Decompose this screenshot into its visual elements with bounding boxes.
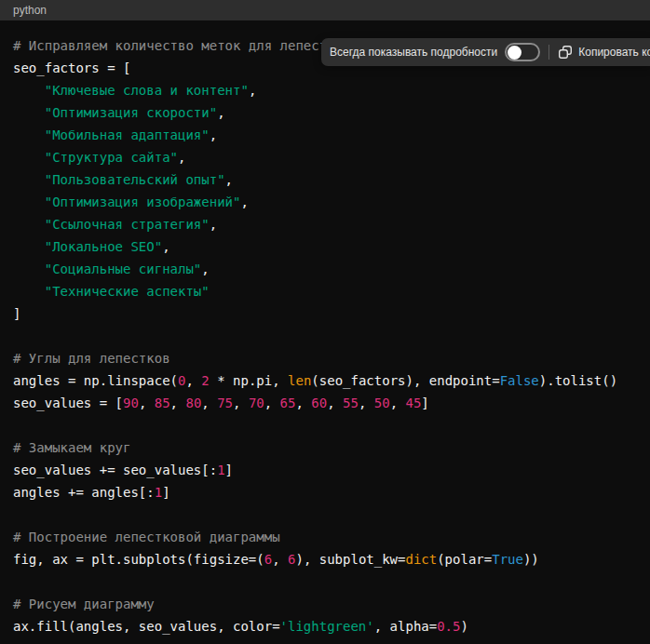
code-line: seo_values += seo_values[:1] [13,459,637,481]
code-line: # Построение лепестковой диаграммы [13,526,637,548]
toggle-knob-icon [508,46,521,60]
code-line: "Социальные сигналы", [13,258,637,280]
toolbar-divider [548,45,549,60]
code-line: "Оптимизация изображений", [13,191,637,213]
code-line: seo_values = [90, 85, 80, 75, 70, 65, 60… [13,392,637,414]
code-line: "Оптимизация скорости", [13,101,637,124]
code-line [13,503,637,526]
code-block-header: python [0,0,650,20]
code-block-window: python # Исправляем количество меток для… [0,0,650,644]
copy-code-button[interactable]: Копировать код [558,45,650,60]
code-line: "Пользовательский опыт", [13,168,637,191]
always-show-details-toggle[interactable] [505,43,540,61]
code-line [13,570,637,593]
code-line: # Углы для лепестков [13,347,637,369]
code-line: angles += angles[:1] [13,481,637,503]
code-line: ] [13,302,637,325]
code-line [13,414,637,436]
code-line: ax.fill(angles, seo_values, color='light… [13,615,637,637]
code-toolbar: Всегда показывать подробности Копировать… [321,38,650,66]
copy-icon [558,45,573,60]
code-line: angles = np.linspace(0, 2 * np.pi, len(s… [13,369,637,392]
code-line: "Структура сайта", [13,146,637,168]
code-line: # Замыкаем круг [13,436,637,459]
code-line: "Ключевые слова и контент", [13,79,637,101]
copy-code-label: Копировать код [578,46,650,59]
code-line: fig, ax = plt.subplots(figsize=(6, 6), s… [13,548,637,570]
code-line: "Технические аспекты" [13,280,637,302]
code-line [13,325,637,347]
code-line: "Мобильная адаптация", [13,124,637,146]
always-show-details-label: Всегда показывать подробности [330,46,497,59]
code-line: "Локальное SEO", [13,235,637,258]
code-line: "Ссылочная стратегия", [13,213,637,235]
language-label: python [13,0,47,20]
code-line: # Рисуем диаграмму [13,593,637,615]
code-content: # Исправляем количество меток для лепест… [0,20,650,644]
